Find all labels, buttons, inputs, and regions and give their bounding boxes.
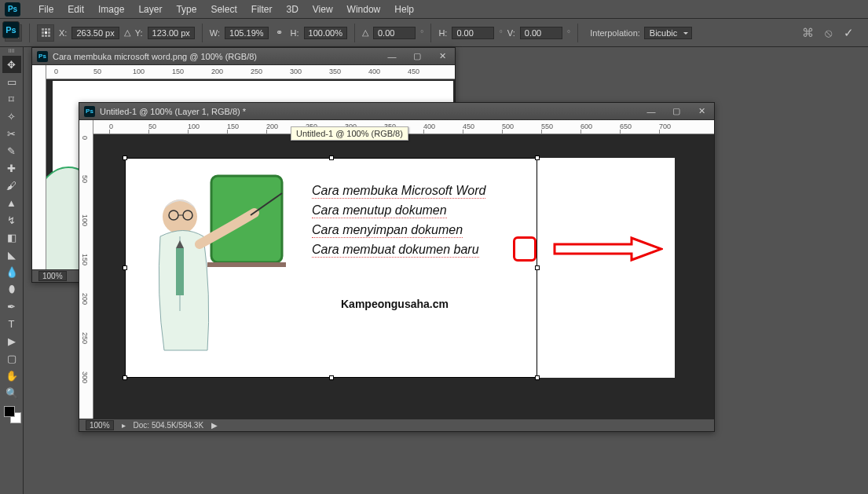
skew-v-value[interactable]: 0.00 (520, 27, 562, 39)
eyedropper-tool-icon[interactable]: ✎ (2, 142, 21, 159)
transform-handle[interactable] (329, 375, 334, 380)
move-tool-icon[interactable]: ✥ (2, 56, 21, 73)
window2-zoom[interactable]: 100% (86, 420, 114, 430)
document-area: Ps Cara membuka microsoft word.png @ 100… (24, 47, 868, 494)
gradient-tool-icon[interactable]: ◣ (2, 246, 21, 263)
path-select-tool-icon[interactable]: ▶ (2, 332, 21, 349)
zoom-tool-icon[interactable]: 🔍 (2, 384, 21, 401)
photoshop-logo-icon: Ps (5, 2, 20, 16)
h-value[interactable]: 100.00% (304, 27, 347, 39)
window1-ruler-vertical[interactable] (32, 65, 46, 269)
menu-help[interactable]: Help (387, 2, 421, 17)
skew-v-label: V: (507, 28, 515, 38)
dodge-tool-icon[interactable]: ⬮ (2, 280, 21, 298)
color-swatches[interactable] (2, 404, 21, 423)
menu-select[interactable]: Select (203, 2, 244, 17)
window1-title: Cara membuka microsoft word.png @ 100% (… (53, 52, 257, 61)
pen-tool-icon[interactable]: ✒ (2, 298, 21, 315)
y-value[interactable]: 123.00 px (148, 27, 195, 39)
brush-tool-icon[interactable]: 🖌 (2, 177, 21, 194)
window1-close-button[interactable]: ✕ (430, 49, 455, 64)
document-icon: Ps (37, 51, 48, 62)
x-label: X: (59, 28, 67, 38)
transform-handle[interactable] (535, 156, 540, 160)
window2-titlebar[interactable]: Ps Untitled-1 @ 100% (Layer 1, RGB/8) * … (79, 103, 714, 120)
cancel-transform-icon[interactable]: ⦸ (825, 26, 833, 40)
menu-image[interactable]: Image (91, 2, 131, 17)
document-icon: Ps (84, 106, 95, 117)
transform-handle[interactable] (123, 265, 127, 270)
menu-filter[interactable]: Filter (244, 2, 280, 17)
eraser-tool-icon[interactable]: ◧ (2, 229, 21, 246)
menu-layer[interactable]: Layer (131, 2, 169, 17)
window1-zoom[interactable]: 100% (38, 271, 67, 281)
window2-maximize-button[interactable]: ▢ (664, 104, 689, 119)
w-label: W: (210, 28, 220, 38)
menu-window[interactable]: Window (340, 2, 388, 17)
menu-type[interactable]: Type (169, 2, 203, 17)
toolbox: ✥ ▭ ⌑ ✧ ✂ ✎ ✚ 🖌 ▲ ↯ ◧ ◣ 💧 ⬮ ✒ T ▶ ▢ ✋ 🔍 (0, 47, 24, 494)
menu-bar: Ps File Edit Image Layer Type Select Fil… (0, 0, 868, 19)
interpolation-select[interactable]: Bicubic (644, 27, 692, 39)
window2-statusbar: 100% ▸ Doc: 504.5K/584.3K ▶ (79, 419, 714, 431)
window2-minimize-button[interactable]: — (639, 104, 664, 119)
x-value[interactable]: 263.50 px (71, 27, 119, 39)
skew-h-label: H: (438, 28, 447, 38)
window-title-tooltip: Untitled-1 @ 100% (RGB/8) (291, 126, 408, 141)
window1-minimize-button[interactable]: — (379, 49, 405, 64)
annotation-red-arrow-icon (553, 235, 663, 266)
window2-canvas-area[interactable]: Cara membuka Microsoft Word Cara menutup… (93, 134, 714, 419)
type-tool-icon[interactable]: T (2, 315, 21, 332)
healing-brush-tool-icon[interactable]: ✚ (2, 159, 21, 177)
menu-edit[interactable]: Edit (60, 2, 91, 17)
window2-close-button[interactable]: ✕ (689, 104, 714, 119)
window1-ruler-horizontal[interactable]: 050100150200250300350400450 (46, 65, 455, 79)
transform-handle[interactable] (123, 375, 127, 380)
blur-tool-icon[interactable]: 💧 (2, 263, 21, 280)
shape-tool-icon[interactable]: ▢ (2, 349, 21, 367)
angle-value[interactable]: 0.00 (373, 27, 416, 39)
interpolation-label: Interpolation: (590, 28, 640, 38)
window2-docsize-icon[interactable]: ▸ (122, 421, 126, 430)
history-brush-tool-icon[interactable]: ↯ (2, 211, 21, 229)
free-transform-bounding-box[interactable] (125, 158, 537, 378)
y-label: Y: (135, 28, 143, 38)
window2-flyout-icon[interactable]: ▶ (211, 421, 218, 430)
document-window-2[interactable]: Ps Untitled-1 @ 100% (Layer 1, RGB/8) * … (79, 102, 715, 432)
window2-title: Untitled-1 @ 100% (Layer 1, RGB/8) * (100, 107, 246, 116)
menu-file[interactable]: File (31, 2, 60, 17)
window2-ruler-vertical[interactable]: 050100150200250300 (79, 120, 93, 419)
options-bar: X: 263.50 px △ Y: 123.00 px W: 105.19% ⚭… (0, 19, 868, 47)
transform-handle[interactable] (535, 265, 540, 270)
reference-point-icon[interactable] (37, 24, 54, 42)
window2-docsize: Doc: 504.5K/584.3K (134, 421, 204, 430)
window1-titlebar[interactable]: Ps Cara membuka microsoft word.png @ 100… (32, 48, 455, 65)
transform-handle[interactable] (535, 375, 540, 380)
skew-h-value[interactable]: 0.00 (452, 27, 494, 39)
transform-handle[interactable] (329, 156, 334, 160)
hand-tool-icon[interactable]: ✋ (2, 367, 21, 384)
toolbox-grip-icon[interactable] (2, 49, 21, 53)
delta-icon[interactable]: △ (124, 27, 130, 38)
w-value[interactable]: 105.19% (225, 27, 268, 39)
menu-3d[interactable]: 3D (279, 2, 305, 17)
clone-stamp-tool-icon[interactable]: ▲ (2, 194, 21, 211)
window1-maximize-button[interactable]: ▢ (405, 49, 430, 64)
h-label: H: (291, 28, 299, 38)
magic-wand-tool-icon[interactable]: ✧ (2, 108, 21, 125)
commit-transform-icon[interactable]: ✓ (844, 26, 854, 40)
crop-tool-icon[interactable]: ✂ (2, 125, 21, 142)
angle-icon: △ (362, 27, 368, 38)
lasso-tool-icon[interactable]: ⌑ (2, 90, 21, 108)
transform-handle[interactable] (123, 156, 127, 160)
link-aspect-icon[interactable]: ⚭ (273, 27, 286, 38)
marquee-tool-icon[interactable]: ▭ (2, 73, 21, 90)
photoshop-badge-icon: Ps (2, 21, 20, 38)
menu-view[interactable]: View (306, 2, 340, 17)
warp-mode-icon[interactable]: ⌘ (802, 26, 814, 40)
